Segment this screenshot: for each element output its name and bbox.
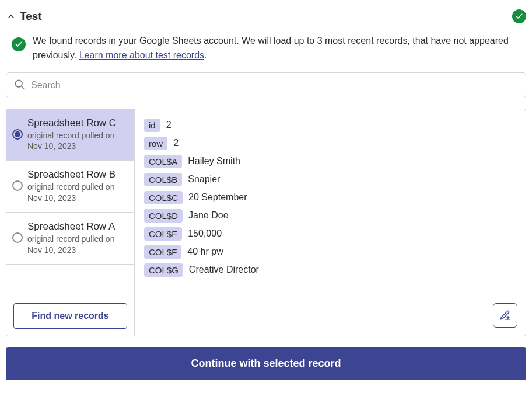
field-value: 2 (166, 120, 172, 130)
field-row: COL$F40 hr pw (144, 245, 516, 259)
record-item[interactable]: Spreadsheet Row Coriginal record pulled … (6, 109, 134, 161)
field-value: Hailey Smith (188, 156, 240, 166)
field-row: COL$BSnapier (144, 173, 516, 186)
record-subtitle: original record pulled on Nov 10, 2023 (27, 234, 127, 256)
field-row: COL$E150,000 (144, 227, 516, 241)
edit-record-button[interactable] (493, 303, 517, 328)
field-key: COL$A (144, 155, 182, 168)
record-title: Spreadsheet Row C (27, 117, 127, 129)
field-value: Jane Doe (188, 210, 229, 221)
check-circle-icon (12, 37, 26, 51)
info-banner: We found records in your Google Sheets a… (6, 32, 526, 72)
field-row: COL$AHailey Smith (144, 155, 516, 168)
field-row: COL$GCreative Director (144, 263, 516, 277)
svg-line-1 (22, 86, 24, 88)
record-title: Spreadsheet Row A (27, 221, 127, 232)
field-value: 2 (173, 138, 178, 148)
field-value: 150,000 (188, 228, 222, 239)
record-subtitle: original record pulled on Nov 10, 2023 (27, 182, 127, 204)
field-key: COL$E (144, 227, 182, 241)
records-panel: Spreadsheet Row Coriginal record pulled … (6, 109, 526, 336)
section-header: Test (6, 6, 526, 32)
record-radio[interactable] (12, 232, 23, 243)
field-key: row (144, 137, 167, 150)
field-value: Creative Director (189, 265, 259, 275)
field-row: COL$DJane Doe (144, 209, 516, 223)
field-key: COL$C (144, 191, 183, 204)
record-detail: id2row2COL$AHailey SmithCOL$BSnapierCOL$… (135, 109, 526, 336)
section-title: Test (20, 10, 42, 23)
field-key: COL$F (144, 245, 181, 259)
search-field[interactable] (6, 72, 526, 98)
field-key: COL$D (144, 209, 183, 223)
banner-text-after: . (204, 50, 206, 60)
find-new-records-button[interactable]: Find new records (13, 303, 127, 329)
learn-more-link[interactable]: Learn more about test records (79, 50, 204, 60)
field-key: COL$B (144, 173, 182, 186)
field-value: 20 September (188, 192, 247, 203)
field-key: COL$G (144, 263, 183, 277)
field-value: Snapier (188, 174, 220, 185)
field-row: id2 (144, 119, 516, 132)
record-radio[interactable] (12, 129, 23, 140)
search-input[interactable] (31, 80, 519, 91)
record-title: Spreadsheet Row B (27, 169, 127, 180)
records-sidebar: Spreadsheet Row Coriginal record pulled … (6, 109, 135, 336)
sidebar-spacer (6, 265, 134, 296)
field-key: id (144, 119, 160, 132)
search-icon (13, 78, 25, 92)
record-item[interactable]: Spreadsheet Row Boriginal record pulled … (6, 161, 134, 213)
success-check-icon (512, 9, 526, 23)
field-row: row2 (144, 137, 516, 150)
chevron-up-icon[interactable] (6, 11, 16, 22)
continue-button[interactable]: Continue with selected record (6, 347, 526, 380)
record-subtitle: original record pulled on Nov 10, 2023 (27, 130, 127, 152)
record-radio[interactable] (12, 180, 23, 191)
field-value: 40 hr pw (187, 246, 223, 257)
record-item[interactable]: Spreadsheet Row Aoriginal record pulled … (6, 213, 134, 265)
field-row: COL$C20 September (144, 191, 516, 204)
